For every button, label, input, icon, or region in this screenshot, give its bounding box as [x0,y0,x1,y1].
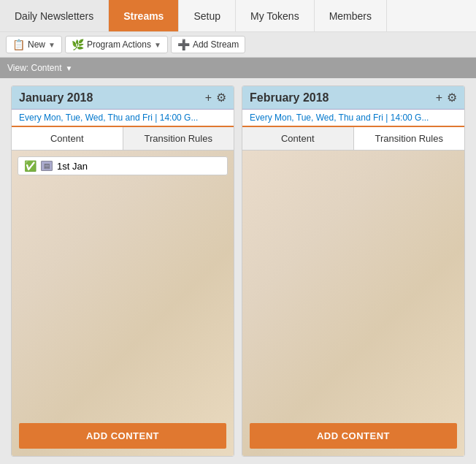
new-button[interactable]: 📋 New ▼ [6,36,62,53]
add-stream-icon: ➕ [177,39,190,50]
add-stream-item-icon[interactable]: + [205,91,212,104]
stream-header-february: February 2018 + ⚙ [242,86,464,110]
tab-content-label-february: Content [281,133,315,144]
list-item-1st-jan[interactable]: ✅ ▤ 1st Jan [18,156,228,175]
add-content-button-february[interactable]: ADD CONTENT [250,423,457,449]
stream-tabs-february: Content Transition Rules [242,127,464,151]
view-chevron-icon: ▼ [66,64,73,72]
schedule-text-february: Every Mon, Tue, Wed, Thu and Fri | 14:00… [250,113,429,123]
item-label-1st-jan: 1st Jan [57,161,88,172]
add-stream-label: Add Stream [193,39,239,50]
view-label[interactable]: View: Content ▼ [7,63,72,73]
add-stream-item-icon-february[interactable]: + [436,91,442,104]
nav-label-members: Members [329,10,372,22]
tab-content-label-january: Content [50,133,84,144]
nav-item-members[interactable]: Members [315,0,387,31]
nav-item-streams[interactable]: Streams [109,0,179,31]
add-content-label-january: ADD CONTENT [86,430,159,441]
tab-transition-rules-february[interactable]: Transition Rules [354,127,465,150]
stream-header-icons-january: + ⚙ [205,91,226,104]
settings-icon-february[interactable]: ⚙ [447,91,457,104]
stream-header-january: January 2018 + ⚙ [12,86,234,110]
top-nav: Daily Newsletters Streams Setup My Token… [0,0,476,32]
check-icon: ✅ [24,160,37,172]
nav-item-my-tokens[interactable]: My Tokens [236,0,315,31]
program-actions-label: Program Actions [87,39,151,50]
stream-schedule-february[interactable]: Every Mon, Tue, Wed, Thu and Fri | 14:00… [242,110,464,127]
stream-schedule-january[interactable]: Every Mon, Tue, Wed, Thu and Fri | 14:00… [12,110,234,127]
nav-label-my-tokens: My Tokens [250,10,299,22]
stream-panel-february: February 2018 + ⚙ Every Mon, Tue, Wed, T… [242,85,465,457]
stream-content-area-january: ✅ ▤ 1st Jan ADD CONTENT [12,151,234,456]
tab-transition-rules-label-january: Transition Rules [145,133,212,144]
view-bar: View: Content ▼ [0,58,476,78]
tab-transition-rules-label-february: Transition Rules [375,133,443,144]
new-icon: 📋 [12,39,25,50]
tab-transition-rules-january[interactable]: Transition Rules [123,127,234,150]
nav-label-setup: Setup [193,10,220,22]
main-content: January 2018 + ⚙ Every Mon, Tue, Wed, Th… [0,78,476,464]
stream-title-january: January 2018 [19,91,93,104]
add-content-label-february: ADD CONTENT [317,430,390,441]
background-image-january [12,151,234,456]
background-image-february [242,151,464,456]
stream-panel-january: January 2018 + ⚙ Every Mon, Tue, Wed, Th… [11,85,234,457]
nav-label-streams: Streams [123,10,164,22]
item-type-icon: ▤ [41,161,53,171]
stream-tabs-january: Content Transition Rules [12,127,234,151]
tab-content-january[interactable]: Content [12,127,123,150]
program-actions-chevron-icon: ▼ [154,41,161,49]
schedule-text-january: Every Mon, Tue, Wed, Thu and Fri | 14:00… [19,113,198,123]
nav-item-daily-newsletters[interactable]: Daily Newsletters [0,0,109,31]
add-content-button-january[interactable]: ADD CONTENT [19,423,226,449]
new-label: New [28,39,45,50]
toolbar: 📋 New ▼ 🌿 Program Actions ▼ ➕ Add Stream [0,32,476,58]
stream-title-february: February 2018 [250,91,329,104]
add-stream-button[interactable]: ➕ Add Stream [171,36,245,53]
program-actions-button[interactable]: 🌿 Program Actions ▼ [65,36,168,53]
stream-content-area-february: ADD CONTENT [242,151,464,456]
nav-item-setup[interactable]: Setup [179,0,236,31]
nav-label-daily-newsletters: Daily Newsletters [15,10,93,22]
new-chevron-icon: ▼ [48,41,55,49]
view-label-text: View: Content [7,63,62,73]
tab-content-february[interactable]: Content [242,127,354,150]
stream-header-icons-february: + ⚙ [436,91,457,104]
settings-icon[interactable]: ⚙ [216,91,226,104]
program-actions-icon: 🌿 [72,39,84,50]
